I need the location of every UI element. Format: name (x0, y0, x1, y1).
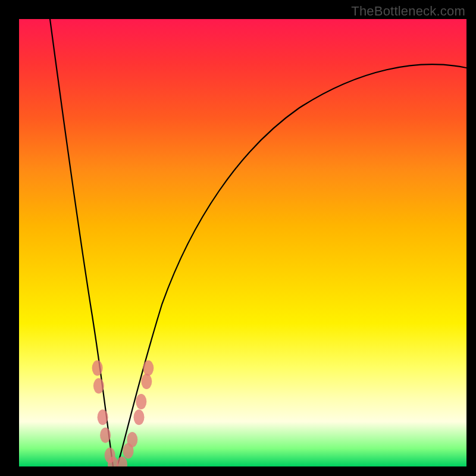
curve-layer (19, 19, 466, 466)
right-branch-curve (117, 64, 466, 466)
data-point-marker (143, 361, 154, 376)
data-point-marker (98, 409, 108, 425)
data-point-marker (100, 427, 111, 443)
plot-area (19, 19, 466, 466)
data-point-marker (141, 374, 152, 389)
left-branch-curve (50, 19, 113, 466)
data-point-marker (134, 409, 145, 425)
data-point-marker (127, 432, 137, 447)
data-point-marker (92, 361, 103, 376)
watermark-text: TheBottleneck.com (351, 4, 465, 19)
data-point-marker (93, 378, 104, 394)
data-point-marker (117, 456, 127, 466)
data-point-marker (136, 394, 146, 409)
chart-frame: TheBottleneck.com (0, 0, 476, 476)
